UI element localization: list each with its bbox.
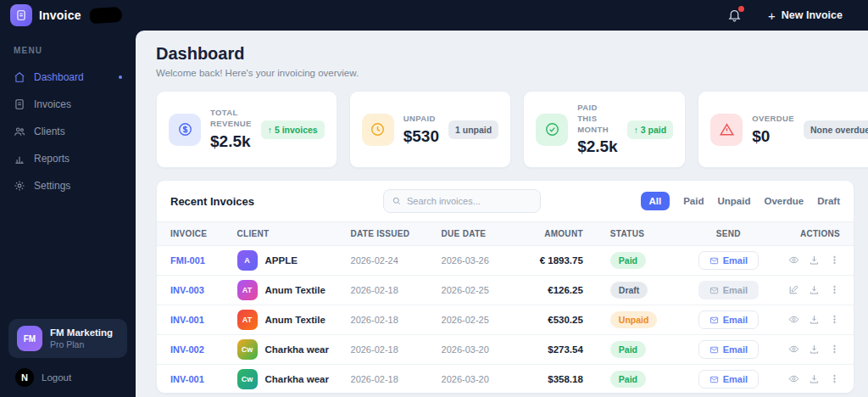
stat-card-unpaid: UNPAID $530 1 unpaid (349, 91, 511, 168)
invoice-id-link[interactable]: FMI-001 (170, 255, 205, 266)
status-badge: Paid (610, 341, 646, 358)
user-avatar: FM (17, 326, 42, 351)
send-email-button[interactable]: Email (698, 370, 759, 389)
table-row: INV-003 AT Anum Textile 2026-02-18 2026-… (157, 276, 854, 305)
client-name: Charkha wear (265, 344, 329, 355)
view-icon[interactable] (788, 314, 799, 325)
client-name: Anum Textile (265, 285, 326, 295)
table-row: INV-001 AT Anum Textile 2026-02-18 2026-… (157, 305, 854, 335)
client-avatar: A (237, 250, 258, 271)
stat-card-total-revenue: TOTAL REVENUE $2.5k ↑ 5 invoices (156, 91, 337, 168)
stats-row: TOTAL REVENUE $2.5k ↑ 5 invoices UNPAID … (156, 91, 854, 168)
table-row: INV-002 Cw Charkha wear 2026-02-18 2026-… (157, 335, 854, 365)
view-icon[interactable] (788, 344, 799, 355)
filter-overdue[interactable]: Overdue (764, 196, 804, 206)
users-icon (14, 126, 25, 137)
invoice-id-link[interactable]: INV-001 (170, 315, 204, 325)
col-actions: ACTIONS (780, 222, 854, 246)
status-badge: Paid (610, 252, 646, 269)
more-options-icon[interactable] (829, 254, 840, 266)
col-amount: AMOUNT (518, 222, 592, 246)
send-email-button[interactable]: Email (698, 340, 759, 359)
download-icon[interactable] (809, 314, 820, 325)
envelope-icon (709, 345, 719, 355)
new-invoice-label: New Invoice (782, 9, 843, 21)
download-icon[interactable] (809, 344, 820, 355)
check-circle-icon (536, 114, 568, 146)
col-client: CLIENT (229, 222, 342, 246)
send-email-button-disabled: Email (698, 281, 759, 299)
clock-icon (362, 114, 394, 146)
stat-value: $0 (752, 127, 794, 146)
view-icon[interactable] (788, 254, 799, 266)
stat-label: UNPAID (403, 114, 439, 125)
sidebar-item-label: Invoices (34, 98, 71, 110)
filter-tabs: All Paid Unpaid Overdue Draft (641, 192, 841, 210)
client-name: Anum Textile (265, 315, 326, 325)
invoices-table: INVOICE CLIENT DATE ISSUED DUE DATE AMOU… (157, 221, 854, 394)
new-invoice-button[interactable]: + New Invoice (768, 8, 843, 23)
sidebar-item-reports[interactable]: Reports (0, 145, 136, 172)
sidebar-item-invoices[interactable]: Invoices (0, 91, 136, 118)
stat-value: $530 (403, 127, 439, 146)
download-icon[interactable] (809, 254, 820, 266)
envelope-icon (709, 286, 719, 295)
send-email-button[interactable]: Email (698, 310, 759, 329)
send-email-button[interactable]: Email (698, 251, 759, 270)
filter-paid[interactable]: Paid (683, 196, 704, 206)
recent-invoices-card: Recent Invoices All Paid Unpaid Overdue … (156, 180, 854, 394)
sidebar-item-dashboard[interactable]: Dashboard (0, 64, 136, 91)
document-icon (14, 98, 25, 110)
search-input[interactable] (407, 196, 532, 206)
stat-label: TOTAL REVENUE (210, 108, 252, 130)
invoice-id-link[interactable]: INV-002 (170, 344, 204, 355)
home-icon (14, 71, 25, 83)
stat-badge: 1 unpaid (448, 120, 498, 139)
sidebar-item-clients[interactable]: Clients (0, 118, 136, 145)
edit-icon[interactable] (788, 284, 799, 295)
sidebar-item-label: Reports (34, 153, 70, 165)
client-avatar: AT (237, 280, 258, 300)
envelope-icon (709, 316, 719, 325)
more-options-icon[interactable] (829, 284, 840, 295)
table-row: FMI-001 A APPLE 2026-02-24 2026-03-26 € … (157, 246, 854, 276)
download-icon[interactable] (809, 284, 820, 295)
due-date: 2026-03-20 (442, 344, 489, 355)
brand-logo-area: Invoice (0, 0, 136, 31)
filter-all[interactable]: All (641, 192, 670, 210)
active-dot (119, 75, 122, 79)
download-icon[interactable] (809, 373, 820, 384)
table-row: INV-001 Cw Charkha wear 2026-02-18 2026-… (157, 365, 854, 394)
topbar: + New Invoice (136, 0, 868, 31)
filter-draft[interactable]: Draft (817, 196, 840, 206)
sidebar-item-settings[interactable]: Settings (0, 172, 136, 199)
filter-unpaid[interactable]: Unpaid (718, 196, 751, 206)
more-options-icon[interactable] (829, 373, 840, 384)
envelope-icon (709, 256, 719, 266)
main-content: Dashboard Welcome back! Here's your invo… (136, 31, 868, 397)
invoice-id-link[interactable]: INV-001 (170, 374, 204, 384)
stat-badge: ↑ 5 invoices (261, 120, 325, 139)
logout-button[interactable]: N Logout (8, 358, 127, 389)
stat-card-paid-this-month: PAID THIS MONTH $2.5k ↑ 3 paid (523, 91, 686, 168)
sidebar-item-label: Clients (34, 126, 65, 137)
invoice-id-link[interactable]: INV-003 (170, 285, 204, 295)
stat-value: $2.5k (577, 137, 618, 156)
col-status: STATUS (592, 222, 677, 246)
due-date: 2026-02-25 (442, 285, 489, 295)
client-avatar: Cw (237, 339, 258, 360)
more-options-icon[interactable] (829, 344, 840, 355)
user-card[interactable]: FM FM Marketing Pro Plan (8, 319, 127, 358)
amount: €126.25 (548, 285, 583, 295)
section-title: Recent Invoices (170, 195, 254, 208)
notification-bell-icon[interactable] (727, 8, 743, 23)
page-title: Dashboard (156, 44, 854, 64)
view-icon[interactable] (788, 373, 799, 384)
stat-badge: ↑ 3 paid (627, 120, 674, 139)
stat-card-overdue: OVERDUE $0 None overdue (698, 91, 868, 168)
more-options-icon[interactable] (829, 314, 840, 325)
stat-label: OVERDUE (752, 114, 794, 125)
amount: $358.18 (548, 374, 583, 384)
status-badge: Unpaid (610, 311, 658, 328)
due-date: 2026-03-26 (442, 255, 489, 266)
